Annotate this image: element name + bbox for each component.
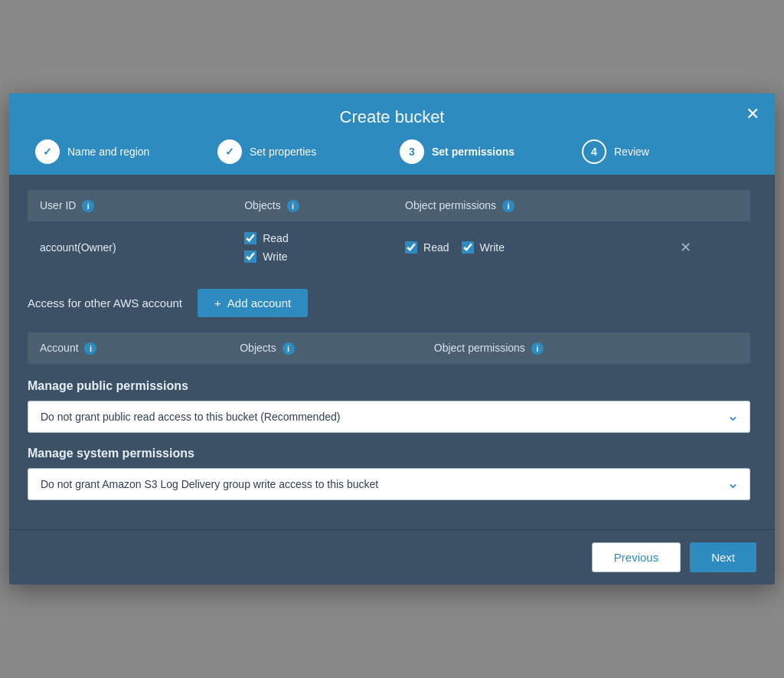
create-bucket-modal: Create bucket ✕ ✓ Name and region ✓ Set …	[9, 93, 775, 585]
previous-button[interactable]: Previous	[592, 542, 681, 572]
account-objects-col-header: Objects i	[227, 332, 422, 364]
step-1-circle: ✓	[35, 139, 60, 164]
step-2-label: Set properties	[250, 146, 316, 158]
col-header-object-permissions: Object permissions i	[393, 190, 665, 221]
manage-system-title: Manage system permissions	[28, 447, 750, 460]
remove-cell: ✕	[665, 221, 750, 273]
userid-info-icon[interactable]: i	[82, 200, 94, 212]
step-3-label: Set permissions	[432, 146, 514, 158]
table-row: account(Owner) Read Write	[28, 221, 750, 273]
other-account-label: Access for other AWS account	[28, 296, 182, 310]
content-scrollable[interactable]: User ID i Objects i Object permissions i	[28, 190, 756, 515]
step-1: ✓ Name and region	[35, 139, 202, 164]
remove-row-button[interactable]: ✕	[677, 237, 694, 257]
obj-permissions-checkboxes: Read Write	[405, 241, 652, 254]
objects-checkboxes: Read Write	[244, 232, 381, 263]
step-2: ✓ Set properties	[217, 139, 384, 164]
objects-cell: Read Write	[232, 221, 393, 273]
objects-info-icon[interactable]: i	[287, 200, 299, 212]
step-4-circle: 4	[582, 139, 606, 164]
objects-write-label[interactable]: Write	[263, 251, 287, 263]
objects-read-row: Read	[244, 232, 381, 244]
manage-public-dropdown-wrapper: Do not grant public read access to this …	[28, 401, 750, 433]
modal-content: User ID i Objects i Object permissions i	[9, 175, 775, 530]
step-2-circle: ✓	[217, 139, 242, 164]
modal-footer: Previous Next	[9, 529, 775, 585]
objects-write-checkbox[interactable]	[244, 251, 256, 263]
objperm-write-label[interactable]: Write	[480, 241, 505, 254]
objperm-read-checkbox[interactable]	[405, 241, 417, 254]
step-3-circle: 3	[400, 139, 424, 164]
add-account-button[interactable]: + Add account	[198, 289, 308, 317]
modal-title: Create bucket	[340, 107, 445, 127]
permissions-table: User ID i Objects i Object permissions i	[28, 190, 750, 273]
objperm-write-checkbox[interactable]	[462, 241, 474, 254]
step-3: 3 Set permissions	[400, 139, 567, 164]
account-col-header: Account i	[28, 332, 227, 364]
manage-system-section: Manage system permissions Do not grant A…	[28, 447, 750, 500]
obj-permissions-info-icon[interactable]: i	[502, 200, 514, 212]
step-4: 4 Review	[582, 139, 749, 164]
manage-system-dropdown[interactable]: Do not grant Amazon S3 Log Delivery grou…	[28, 468, 750, 500]
col-header-actions	[665, 190, 750, 221]
manage-public-title: Manage public permissions	[28, 379, 750, 393]
account-objects-info-icon[interactable]: i	[283, 342, 295, 355]
objects-read-checkbox[interactable]	[244, 232, 256, 244]
manage-public-section: Manage public permissions Do not grant p…	[28, 379, 750, 433]
steps-row: ✓ Name and region ✓ Set properties 3 Set…	[28, 139, 756, 175]
add-account-label: Add account	[227, 296, 291, 310]
account-table: Account i Objects i Object permissions i	[28, 332, 750, 364]
user-id-cell: account(Owner)	[28, 221, 232, 273]
modal-header: Create bucket ✕ ✓ Name and region ✓ Set …	[9, 93, 775, 175]
close-button[interactable]: ✕	[746, 106, 760, 123]
other-account-row: Access for other AWS account + Add accou…	[28, 289, 750, 317]
obj-permissions-cell: Read Write	[393, 221, 665, 273]
manage-system-dropdown-wrapper: Do not grant Amazon S3 Log Delivery grou…	[28, 468, 750, 500]
account-info-icon[interactable]: i	[84, 342, 96, 355]
objects-write-row: Write	[244, 251, 381, 263]
add-icon: +	[214, 296, 221, 310]
manage-public-dropdown[interactable]: Do not grant public read access to this …	[28, 401, 750, 433]
objperm-read-label[interactable]: Read	[423, 241, 449, 254]
account-objperm-col-header: Object permissions i	[422, 332, 750, 364]
account-objperm-info-icon[interactable]: i	[531, 342, 544, 355]
col-header-userid: User ID i	[28, 190, 232, 221]
objperm-read-row: Read	[405, 241, 449, 254]
objects-read-label[interactable]: Read	[263, 232, 288, 244]
step-1-label: Name and region	[67, 146, 149, 158]
objperm-write-row: Write	[462, 241, 505, 254]
col-header-objects: Objects i	[232, 190, 393, 221]
next-button[interactable]: Next	[690, 542, 756, 572]
step-4-label: Review	[614, 146, 649, 158]
